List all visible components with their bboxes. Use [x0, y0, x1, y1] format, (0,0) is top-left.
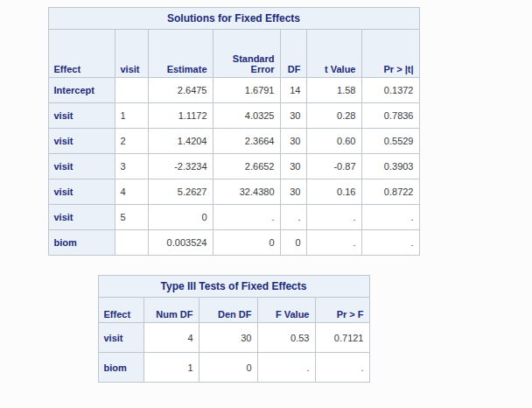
- column-header: Pr > F: [315, 298, 369, 323]
- column-header: Den DF: [199, 298, 257, 323]
- value-cell: 0.5529: [361, 129, 419, 154]
- value-cell: .: [361, 230, 419, 256]
- value-cell: [115, 78, 148, 103]
- value-cell: -0.87: [306, 154, 361, 179]
- value-cell: 4: [144, 323, 199, 353]
- value-cell: 0.8722: [361, 179, 419, 205]
- value-cell: 1: [144, 353, 199, 383]
- value-cell: 2.6475: [148, 78, 213, 103]
- value-cell: 32.4380: [213, 179, 280, 205]
- value-cell: 0.7121: [315, 323, 369, 353]
- column-header: Estimate: [148, 30, 213, 78]
- table-row: biom10..: [98, 353, 369, 383]
- value-cell: 14: [280, 78, 306, 103]
- value-cell: .: [280, 205, 306, 230]
- table-body: visit4300.530.7121biom10..: [98, 323, 369, 383]
- effect-cell: visit: [48, 179, 115, 205]
- effect-cell: biom: [48, 230, 115, 256]
- table-row: visit3-2.32342.665230-0.870.3903: [48, 154, 419, 179]
- effect-cell: visit: [98, 323, 144, 353]
- value-cell: 30: [280, 154, 306, 179]
- value-cell: 0: [213, 230, 280, 256]
- value-cell: 0.1372: [361, 78, 419, 103]
- value-cell: .: [306, 230, 361, 256]
- table-row: visit21.42042.3664300.600.5529: [48, 129, 419, 154]
- table-row: biom0.00352400..: [48, 230, 419, 256]
- value-cell: .: [213, 205, 280, 230]
- table-row: visit11.11724.0325300.280.7836: [48, 103, 419, 129]
- table-row: visit50....: [48, 205, 419, 230]
- value-cell: 1.1172: [148, 103, 213, 129]
- column-header: Num DF: [144, 298, 199, 323]
- value-cell: .: [315, 353, 369, 383]
- value-cell: 0.003524: [148, 230, 213, 256]
- value-cell: 30: [280, 179, 306, 205]
- table-row: visit4300.530.7121: [98, 323, 369, 353]
- table-row: visit45.262732.4380300.160.8722: [48, 179, 419, 205]
- effect-cell: visit: [48, 154, 115, 179]
- value-cell: 1.4204: [148, 129, 213, 154]
- value-cell: 2: [115, 129, 148, 154]
- effect-cell: visit: [48, 205, 115, 230]
- table-title: Type III Tests of Fixed Effects: [98, 276, 369, 298]
- value-cell: -2.3234: [148, 154, 213, 179]
- value-cell: 0: [199, 353, 257, 383]
- effect-cell: biom: [98, 353, 144, 383]
- column-header: Effect: [48, 30, 115, 78]
- table-body: Intercept2.64751.6791141.580.1372visit11…: [48, 78, 419, 256]
- sas-results-viewer: Solutions for Fixed Effects EffectvisitE…: [0, 0, 532, 408]
- column-header: Standard Error: [213, 30, 280, 78]
- value-cell: [115, 230, 148, 256]
- solutions-for-fixed-effects-table: Solutions for Fixed Effects EffectvisitE…: [48, 7, 420, 256]
- value-cell: 5.2627: [148, 179, 213, 205]
- value-cell: 30: [199, 323, 257, 353]
- value-cell: 0.3903: [361, 154, 419, 179]
- value-cell: 30: [280, 103, 306, 129]
- column-header: Pr > |t|: [361, 30, 419, 78]
- table-title-row: Solutions for Fixed Effects: [48, 8, 419, 30]
- effect-cell: visit: [48, 103, 115, 129]
- value-cell: 2.6652: [213, 154, 280, 179]
- effect-cell: visit: [48, 129, 115, 154]
- table-title-row: Type III Tests of Fixed Effects: [98, 276, 369, 298]
- value-cell: .: [306, 205, 361, 230]
- value-cell: 5: [115, 205, 148, 230]
- column-header: Effect: [98, 298, 144, 323]
- column-header-row: EffectNum DFDen DFF ValuePr > F: [98, 298, 369, 323]
- value-cell: 0.28: [306, 103, 361, 129]
- value-cell: 0.60: [306, 129, 361, 154]
- value-cell: 4: [115, 179, 148, 205]
- column-header: t Value: [306, 30, 361, 78]
- table-row: Intercept2.64751.6791141.580.1372: [48, 78, 419, 103]
- value-cell: 1.6791: [213, 78, 280, 103]
- sas-output-area: Solutions for Fixed Effects EffectvisitE…: [0, 0, 467, 383]
- value-cell: 0: [148, 205, 213, 230]
- column-header: visit: [115, 30, 148, 78]
- column-header-row: EffectvisitEstimateStandard ErrorDFt Val…: [48, 30, 419, 78]
- column-header: DF: [280, 30, 306, 78]
- table-title: Solutions for Fixed Effects: [48, 8, 419, 30]
- value-cell: 0: [280, 230, 306, 256]
- effect-cell: Intercept: [48, 78, 115, 103]
- value-cell: .: [257, 353, 315, 383]
- value-cell: 0.53: [257, 323, 315, 353]
- value-cell: 1.58: [306, 78, 361, 103]
- type3-tests-of-fixed-effects-table: Type III Tests of Fixed Effects EffectNu…: [98, 275, 370, 383]
- value-cell: .: [361, 205, 419, 230]
- value-cell: 30: [280, 129, 306, 154]
- value-cell: 4.0325: [213, 103, 280, 129]
- value-cell: 0.16: [306, 179, 361, 205]
- value-cell: 3: [115, 154, 148, 179]
- column-header: F Value: [257, 298, 315, 323]
- value-cell: 1: [115, 103, 148, 129]
- value-cell: 2.3664: [213, 129, 280, 154]
- value-cell: 0.7836: [361, 103, 419, 129]
